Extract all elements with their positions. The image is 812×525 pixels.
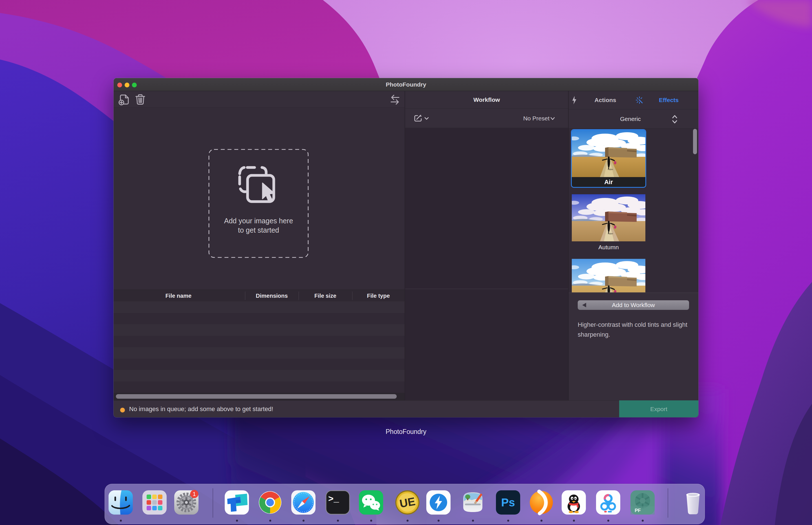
svg-text:1: 1 — [193, 491, 196, 497]
svg-text:Ps: Ps — [501, 496, 515, 509]
svg-text:to get started: to get started — [238, 226, 279, 234]
svg-text:PF: PF — [635, 508, 641, 513]
svg-text:Add your images here: Add your images here — [224, 217, 293, 225]
svg-text:>_: >_ — [328, 494, 339, 505]
